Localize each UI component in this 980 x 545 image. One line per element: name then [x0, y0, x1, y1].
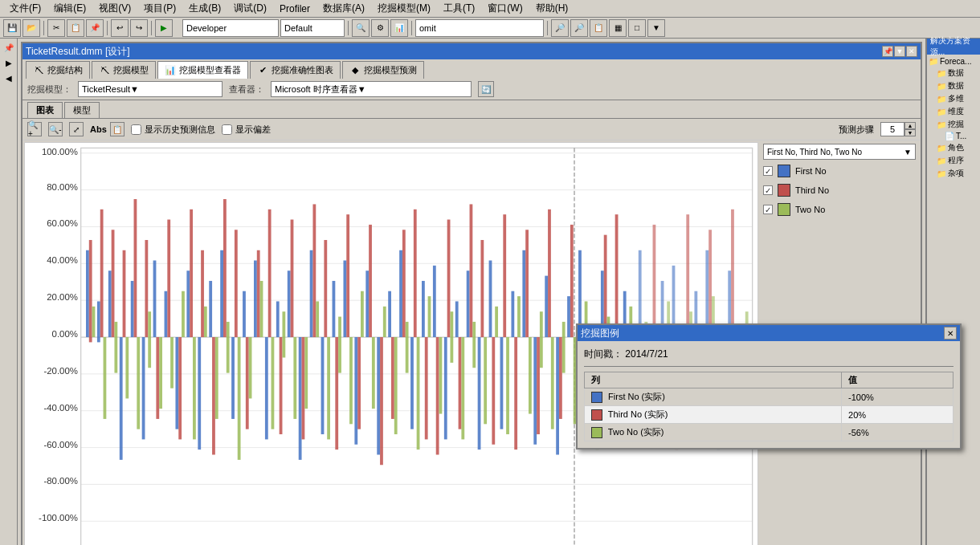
svg-rect-61 [215, 337, 218, 419]
viewer-dropdown[interactable]: Microsoft 时序查看器 ▼ [271, 81, 472, 97]
svg-rect-73 [260, 281, 263, 337]
popup-time-row: 时间戳： 2014/7/21 [584, 348, 953, 367]
show-deviation-checkbox[interactable] [222, 124, 232, 135]
svg-text:40.00%: 40.00% [47, 255, 78, 265]
toolbar-separator-6 [547, 21, 548, 35]
toolbar-btn-7[interactable]: 🔎 [551, 19, 569, 37]
svg-rect-79 [282, 311, 285, 357]
refresh-button[interactable]: 🔄 [478, 81, 494, 97]
tree-item-program[interactable]: 📁 程序 [929, 154, 978, 167]
toolbar-btn-2[interactable]: 📂 [22, 19, 40, 37]
svg-text:-80.00%: -80.00% [43, 476, 77, 486]
tree-item-mining[interactable]: 📁 挖掘 [929, 118, 978, 131]
toolbar-btn-12[interactable]: ▼ [647, 19, 665, 37]
svg-rect-127 [461, 337, 464, 439]
doc-minimize-button[interactable]: ▼ [894, 46, 905, 57]
tree-item-dimension[interactable]: 📁 维度 [929, 105, 978, 118]
menu-item-view[interactable]: 视图(V) [92, 0, 137, 17]
tree-item-forecast[interactable]: 📁 Foreca... [929, 56, 978, 67]
toolbar-btn-paste[interactable]: 📌 [86, 19, 104, 37]
sidebar-icon-2[interactable]: ▶ [2, 55, 16, 70]
toolbar-btn-redo[interactable]: ↪ [130, 19, 148, 37]
svg-rect-109 [394, 337, 398, 434]
legend-two-color [778, 203, 790, 216]
svg-rect-55 [193, 337, 196, 439]
svg-rect-36 [123, 250, 126, 337]
inner-tab-model[interactable]: 模型 [64, 102, 100, 118]
controls-row: 挖掘模型： TicketResult ▼ 查看器： Microsoft 时序查看… [22, 79, 921, 100]
tree-item-multidim[interactable]: 📁 多维 [929, 92, 978, 105]
popup-close-button[interactable]: ✕ [944, 327, 957, 340]
svg-rect-38 [131, 281, 134, 337]
menu-item-project[interactable]: 项目(P) [137, 0, 182, 17]
svg-rect-46 [159, 337, 162, 409]
abs-copy-button[interactable]: 📋 [110, 122, 125, 136]
toolbar-btn-undo[interactable]: ↩ [111, 19, 129, 37]
menu-item-edit[interactable]: 编辑(E) [47, 0, 92, 17]
doc-close-button[interactable]: ✕ [906, 46, 917, 57]
menu-item-window[interactable]: 窗口(W) [481, 0, 529, 17]
tab-mining-model[interactable]: ⛏ 挖掘模型 [92, 61, 156, 79]
solution-panel-header: 解决方案资源... [927, 39, 980, 55]
toolbar-btn-run[interactable]: ▶ [155, 19, 173, 37]
toolbar-btn-9[interactable]: 📋 [590, 19, 607, 37]
sidebar-icon-3[interactable]: ◀ [2, 71, 16, 85]
svg-rect-155 [567, 296, 570, 337]
zoom-in-button[interactable]: 🔍+ [27, 122, 42, 136]
menu-item-file[interactable]: 文件(F) [3, 0, 47, 17]
svg-rect-123 [447, 220, 451, 337]
toolbar-btn-5[interactable]: ⚙ [371, 19, 389, 37]
tab-model-viewer[interactable]: 📊 挖掘模型查看器 [157, 61, 248, 79]
zoom-out-button[interactable]: 🔍- [48, 122, 63, 136]
toolbar-btn-copy[interactable]: 📋 [67, 19, 84, 37]
toolbar-btn-search[interactable]: 🔍 [352, 19, 370, 37]
toolbar-separator-4 [348, 21, 349, 35]
tree-item-data1[interactable]: 📁 数据 [929, 67, 978, 79]
menu-item-mining[interactable]: 挖掘模型(M) [371, 0, 437, 17]
spinbox-down-button[interactable]: ▼ [904, 129, 916, 136]
menu-item-build[interactable]: 生成(B) [182, 0, 227, 17]
toolbar-btn-6[interactable]: 📊 [390, 19, 408, 37]
menu-item-tools[interactable]: 工具(T) [437, 0, 481, 17]
toolbar-btn-8[interactable]: 🔎 [570, 19, 588, 37]
popup-title: 挖掘图例 [581, 327, 619, 340]
legend-third-checkbox[interactable]: ✓ [763, 185, 773, 195]
menu-item-database[interactable]: 数据库(A) [316, 0, 371, 17]
fit-button[interactable]: ⤢ [69, 122, 84, 136]
legend-series-dropdown[interactable]: First No, Third No, Two No ▼ [763, 144, 916, 160]
toolbar-btn-11[interactable]: □ [628, 19, 646, 37]
svg-rect-47 [165, 291, 168, 337]
tree-item-data2[interactable]: 📁 数据 [929, 79, 978, 92]
default-dropdown[interactable]: Default [280, 19, 345, 37]
svg-rect-69 [246, 337, 249, 429]
legend-third-color [778, 184, 790, 197]
omit-dropdown[interactable]: omit [415, 19, 544, 37]
document-window: TicketResult.dmm [设计] 📌 ▼ ✕ ⛏ 挖掘结构 ⛏ [21, 42, 922, 545]
legend-first-checkbox[interactable]: ✓ [763, 166, 773, 176]
developer-dropdown[interactable]: Developer [182, 19, 279, 37]
tab-mining-structure[interactable]: ⛏ 挖掘结构 [26, 61, 90, 79]
svg-rect-67 [238, 337, 241, 460]
mining-model-dropdown[interactable]: TicketResult ▼ [78, 81, 223, 97]
tree-item-role[interactable]: 📁 角色 [929, 141, 978, 154]
menu-item-help[interactable]: 帮助(H) [529, 0, 575, 17]
toolbar-btn-cut[interactable]: ✂ [47, 19, 65, 37]
tab-accuracy-chart[interactable]: ✔ 挖掘准确性图表 [250, 61, 341, 79]
sidebar-icon-1[interactable]: 📌 [2, 40, 16, 55]
prediction-steps-input[interactable]: 5 [880, 122, 904, 136]
svg-rect-130 [472, 322, 476, 368]
spinbox-up-button[interactable]: ▲ [904, 122, 916, 129]
toolbar-btn-10[interactable]: ▦ [609, 19, 627, 37]
tree-item-misc[interactable]: 📁 杂项 [929, 167, 978, 180]
tab-model-prediction[interactable]: ◆ 挖掘模型预测 [342, 61, 424, 79]
toolbar-btn-1[interactable]: 💾 [3, 19, 21, 37]
tree-item-t[interactable]: 📄 T... [929, 131, 978, 141]
inner-tab-chart[interactable]: 图表 [27, 102, 63, 118]
show-history-checkbox[interactable] [131, 124, 141, 135]
svg-rect-186 [686, 214, 689, 337]
menu-item-profiler[interactable]: Profiler [273, 2, 316, 16]
doc-pin-button[interactable]: 📌 [882, 46, 893, 57]
svg-rect-150 [548, 209, 551, 337]
legend-two-checkbox[interactable]: ✓ [763, 205, 773, 214]
menu-item-debug[interactable]: 调试(D) [227, 0, 273, 17]
